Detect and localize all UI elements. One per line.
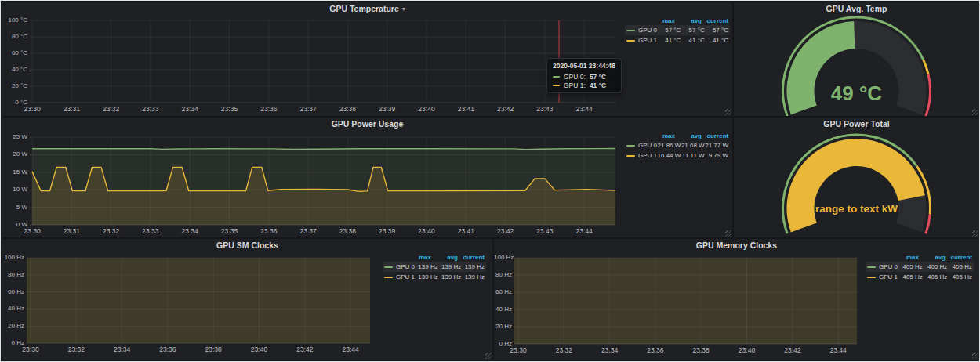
y-tick-label: 60 Hz xyxy=(2,288,24,296)
legend-row-gpu-1[interactable]: GPU 1405 Hz405 Hz405 Hz xyxy=(866,272,974,282)
gpu-temperature-graph[interactable]: 100 °C80 °C60 °C40 °C20 °C0 °C23:3023:31… xyxy=(2,2,732,116)
panel-header-gpu-memory-clocks[interactable]: GPU Memory Clocks xyxy=(494,239,979,252)
legend-series-name: GPU 1 xyxy=(867,273,898,281)
series-color-dash xyxy=(626,40,635,42)
tooltip-series-name: GPU 0: xyxy=(564,73,586,81)
legend-stat-value: 139 Hz xyxy=(415,273,438,281)
legend-series-name: GPU 0 xyxy=(384,263,415,270)
series-label: GPU 1 xyxy=(638,152,657,159)
x-tick-label: 23:38 xyxy=(205,346,222,353)
legend-row-gpu-0[interactable]: GPU 057 °C57 °C57 °C xyxy=(625,25,730,35)
legend: maxavgcurrentGPU 057 °C57 °C57 °CGPU 141… xyxy=(625,16,730,45)
series-label: GPU 1 xyxy=(396,273,415,281)
panel-title: GPU Power Usage xyxy=(332,119,404,129)
series-color-dash xyxy=(553,76,560,78)
legend-row-gpu-0[interactable]: GPU 021.86 W21.68 W21.77 W xyxy=(625,140,730,150)
x-tick-label: 23:34 xyxy=(114,346,130,353)
legend-series-name: GPU 1 xyxy=(626,152,657,159)
legend-column-max: max xyxy=(648,17,675,24)
resize-handle[interactable] xyxy=(485,353,492,359)
tooltip-row: GPU 1:41 °C xyxy=(553,81,615,89)
tooltip-series-name: GPU 1: xyxy=(564,81,586,89)
resize-handle[interactable] xyxy=(972,109,978,115)
y-tick-label: 5 W xyxy=(2,204,27,212)
legend-stat-value: 16.44 W xyxy=(657,152,681,159)
panel-gpu-memory-clocks: GPU Memory Clocks 100 Hz80 Hz60 Hz40 Hz2… xyxy=(494,239,979,360)
series-color-dash xyxy=(626,30,635,31)
gpu-sm-clocks-graph[interactable]: 100 Hz80 Hz60 Hz40 Hz20 Hz0 Hz23:3023:32… xyxy=(2,239,492,360)
y-tick-label: 80 °C xyxy=(2,33,27,41)
x-tick-label: 23:42 xyxy=(497,227,514,235)
x-tick-label: 23:36 xyxy=(647,346,663,354)
x-tick-label: 23:43 xyxy=(536,227,553,235)
legend-stat-value: 57 °C xyxy=(681,27,704,34)
x-tick-label: 23:42 xyxy=(784,346,800,354)
legend-header: maxavgcurrent xyxy=(866,252,974,262)
legend-stat-value: 9.79 W xyxy=(705,152,728,159)
legend-row-gpu-0[interactable]: GPU 0139 Hz139 Hz139 Hz xyxy=(383,262,486,272)
x-tick-label: 23:40 xyxy=(739,346,755,354)
y-tick-label: 40 Hz xyxy=(494,306,512,313)
y-tick-label: 0 Hz xyxy=(2,339,24,347)
series-label: GPU 1 xyxy=(638,37,657,44)
y-tick-label: 20 °C xyxy=(2,82,27,90)
resize-handle[interactable] xyxy=(972,353,978,359)
legend-row-gpu-1[interactable]: GPU 141 °C41 °C41 °C xyxy=(625,35,730,45)
legend-column-current: current xyxy=(702,17,728,24)
y-tick-label: 15 W xyxy=(2,168,27,176)
legend-stat-value: 41 °C xyxy=(705,37,728,44)
gpu-memory-clocks-graph[interactable]: 100 Hz80 Hz60 Hz40 Hz20 Hz0 Hz23:3023:32… xyxy=(494,239,979,360)
gpu-power-total-gauge: range to text kW xyxy=(734,118,979,237)
y-tick-label: 80 Hz xyxy=(2,271,24,279)
panel-header-gpu-avg-temp[interactable]: GPU Avg. Temp xyxy=(734,2,979,15)
y-tick-label: 100 °C xyxy=(2,16,27,24)
legend-stat-value: 41 °C xyxy=(681,37,704,44)
legend-row-gpu-0[interactable]: GPU 0405 Hz405 Hz405 Hz xyxy=(866,262,974,272)
gpu-avg-temp-gauge: 49 °C xyxy=(734,2,979,116)
resize-handle[interactable] xyxy=(972,230,978,237)
x-tick-label: 23:35 xyxy=(221,227,238,235)
panel-gpu-temperature: GPU Temperature ▾ 100 °C80 °C60 °C40 °C2… xyxy=(2,2,732,116)
panel-header-gpu-temperature[interactable]: GPU Temperature ▾ xyxy=(2,2,732,15)
legend: maxavgcurrentGPU 021.86 W21.68 W21.77 WG… xyxy=(625,131,730,161)
legend-stat-value: 139 Hz xyxy=(415,263,438,270)
legend-stat-value: 57 °C xyxy=(705,27,728,34)
gpu-power-usage-graph[interactable]: 25 W20 W15 W10 W5 W0 W23:3023:3123:3223:… xyxy=(2,118,732,237)
legend-series-name: GPU 1 xyxy=(384,273,415,281)
x-tick-label: 23:31 xyxy=(64,105,80,113)
y-tick-label: 20 W xyxy=(2,150,27,158)
legend-column-avg: avg xyxy=(919,254,946,261)
x-tick-label: 23:33 xyxy=(142,227,158,235)
series-label: GPU 0 xyxy=(396,263,415,270)
legend-series-name: GPU 0 xyxy=(626,142,657,149)
y-tick-label: 80 Hz xyxy=(494,271,512,279)
tooltip-row: GPU 0:57 °C xyxy=(553,72,615,81)
legend-column-current: current xyxy=(702,132,728,139)
x-tick-label: 23:34 xyxy=(182,227,198,235)
series-label: GPU 0 xyxy=(638,142,657,149)
legend-stat-value: 41 °C xyxy=(657,37,681,44)
resize-handle[interactable] xyxy=(725,230,731,237)
series-label: GPU 0 xyxy=(638,27,657,34)
panel-header-gpu-power-usage[interactable]: GPU Power Usage xyxy=(2,118,732,130)
y-tick-label: 20 Hz xyxy=(494,323,512,331)
legend-stat-value: 21.77 W xyxy=(705,142,728,149)
legend: maxavgcurrentGPU 0139 Hz139 Hz139 HzGPU … xyxy=(383,252,486,282)
panel-gpu-avg-temp: GPU Avg. Temp 49 °C xyxy=(734,2,979,116)
legend-column-avg: avg xyxy=(675,17,702,24)
y-tick-label: 10 W xyxy=(2,186,27,194)
resize-handle[interactable] xyxy=(725,109,731,115)
legend-row-gpu-1[interactable]: GPU 116.44 W11.11 W9.79 W xyxy=(625,150,730,161)
legend-header: maxavgcurrent xyxy=(625,131,730,140)
x-tick-label: 23:31 xyxy=(64,227,80,235)
legend-stat-value: 139 Hz xyxy=(461,273,485,281)
x-tick-label: 23:32 xyxy=(556,346,572,354)
x-tick-label: 23:40 xyxy=(251,346,267,353)
panel-header-gpu-power-total[interactable]: GPU Power Total xyxy=(734,118,979,130)
series-color-dash xyxy=(867,277,876,278)
panel-header-gpu-sm-clocks[interactable]: GPU SM Clocks xyxy=(2,239,492,252)
x-tick-label: 23:36 xyxy=(260,105,277,113)
legend-stat-value: 405 Hz xyxy=(898,263,923,270)
legend-row-gpu-1[interactable]: GPU 1139 Hz139 Hz139 Hz xyxy=(383,272,486,282)
x-tick-label: 23:39 xyxy=(379,227,395,235)
